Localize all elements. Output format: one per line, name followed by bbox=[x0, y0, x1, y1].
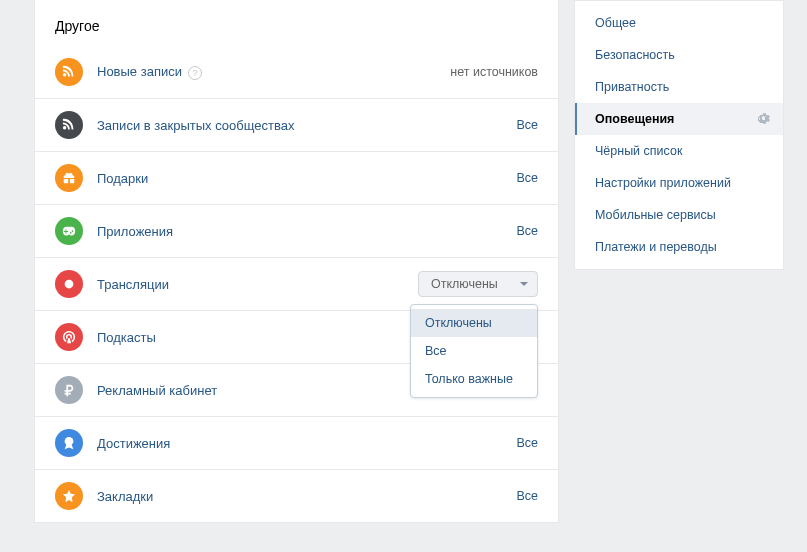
bookmarks-icon bbox=[55, 482, 83, 510]
gear-icon[interactable] bbox=[757, 111, 771, 128]
setting-row-live: ТрансляцииОтключеныОтключеныВсеТолько ва… bbox=[35, 257, 558, 310]
dropdown-menu: ОтключеныВсеТолько важные bbox=[410, 304, 538, 398]
dropdown-live[interactable]: Отключены bbox=[418, 271, 538, 297]
setting-label[interactable]: Закладки bbox=[97, 489, 516, 504]
settings-sidebar: ОбщееБезопасностьПриватностьОповещенияЧё… bbox=[574, 0, 784, 270]
setting-label[interactable]: Достижения bbox=[97, 436, 516, 451]
setting-label[interactable]: Записи в закрытых сообществах bbox=[97, 118, 516, 133]
sidebar-item-оповещения[interactable]: Оповещения bbox=[575, 103, 783, 135]
setting-label[interactable]: Новые записи? bbox=[97, 64, 450, 80]
help-icon[interactable]: ? bbox=[188, 66, 202, 80]
setting-label[interactable]: Приложения bbox=[97, 224, 516, 239]
section-title: Другое bbox=[35, 0, 558, 46]
gifts-icon bbox=[55, 164, 83, 192]
dropdown-option[interactable]: Отключены bbox=[411, 309, 537, 337]
setting-row-closed_posts: Записи в закрытых сообществахВсе bbox=[35, 98, 558, 151]
setting-value-link[interactable]: Все bbox=[516, 224, 538, 238]
setting-value-link[interactable]: Все bbox=[516, 171, 538, 185]
closed_posts-icon bbox=[55, 111, 83, 139]
ads-icon bbox=[55, 376, 83, 404]
setting-value-link[interactable]: Все bbox=[516, 118, 538, 132]
setting-label[interactable]: Трансляции bbox=[97, 277, 418, 292]
setting-label[interactable]: Подарки bbox=[97, 171, 516, 186]
dropdown-option[interactable]: Только важные bbox=[411, 365, 537, 393]
sidebar-item-настройки-приложений[interactable]: Настройки приложений bbox=[575, 167, 783, 199]
apps-icon bbox=[55, 217, 83, 245]
sidebar-item-платежи-и-переводы[interactable]: Платежи и переводы bbox=[575, 231, 783, 263]
setting-row-gifts: ПодаркиВсе bbox=[35, 151, 558, 204]
sidebar-item-чёрный-список[interactable]: Чёрный список bbox=[575, 135, 783, 167]
podcasts-icon bbox=[55, 323, 83, 351]
setting-value-link[interactable]: Все bbox=[516, 489, 538, 503]
setting-row-achieve: ДостиженияВсе bbox=[35, 416, 558, 469]
setting-row-new_posts: Новые записи?нет источников bbox=[35, 46, 558, 98]
setting-row-bookmarks: ЗакладкиВсе bbox=[35, 469, 558, 522]
sidebar-item-безопасность[interactable]: Безопасность bbox=[575, 39, 783, 71]
setting-value: нет источников bbox=[450, 65, 538, 79]
settings-section: Другое Новые записи?нет источниковЗаписи… bbox=[34, 0, 559, 523]
achieve-icon bbox=[55, 429, 83, 457]
sidebar-item-мобильные-сервисы[interactable]: Мобильные сервисы bbox=[575, 199, 783, 231]
sidebar-item-общее[interactable]: Общее bbox=[575, 7, 783, 39]
setting-row-apps: ПриложенияВсе bbox=[35, 204, 558, 257]
dropdown-option[interactable]: Все bbox=[411, 337, 537, 365]
setting-value-link[interactable]: Все bbox=[516, 436, 538, 450]
live-icon bbox=[55, 270, 83, 298]
new_posts-icon bbox=[55, 58, 83, 86]
sidebar-item-приватность[interactable]: Приватность bbox=[575, 71, 783, 103]
